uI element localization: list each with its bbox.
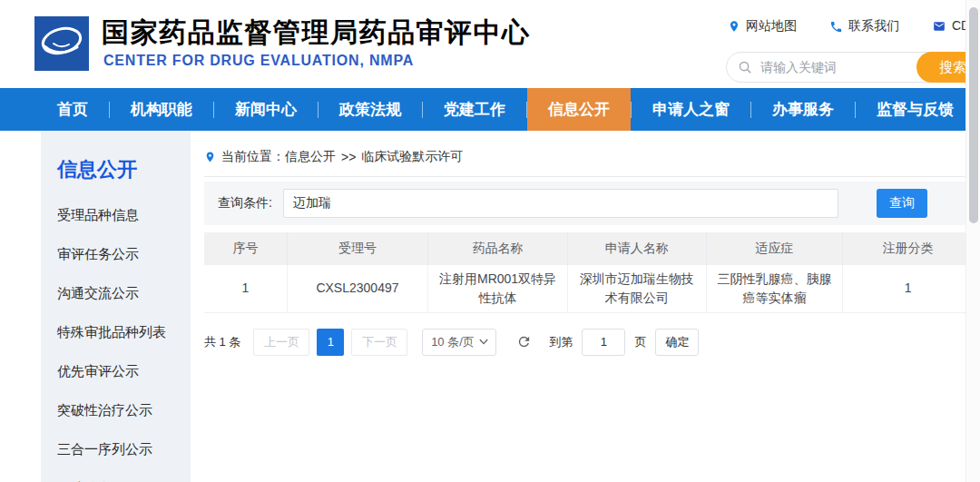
main-panel: 当前位置：信息公开 >> 临床试验默示许可 查询条件: 查询 序号 受理号 xyxy=(191,131,980,482)
nav-item-news[interactable]: 新闻中心 xyxy=(214,88,318,131)
cell-indication: 三阴性乳腺癌、胰腺癌等实体瘤 xyxy=(706,265,843,312)
sidebar-item-special-approval[interactable]: 特殊审批品种列表 xyxy=(57,325,191,339)
nav-item-policies[interactable]: 政策法规 xyxy=(318,88,422,131)
next-page-button[interactable]: 下一页 xyxy=(351,329,407,356)
page-unit-label: 页 xyxy=(634,334,646,350)
pagination-total: 共 1 条 xyxy=(204,334,240,350)
site-title-chinese: 国家药品监督管理局药品审评中心 xyxy=(102,15,531,52)
nav-item-party[interactable]: 党建工作 xyxy=(423,88,526,131)
sidebar-item-accepted-varieties[interactable]: 受理品种信息 xyxy=(57,208,191,222)
pagination: 共 1 条 上一页 1 下一页 10 条/页 到第 页 xyxy=(204,329,973,356)
col-header-index: 序号 xyxy=(204,232,287,265)
search-icon xyxy=(738,60,753,75)
col-header-indication: 适应症 xyxy=(706,232,843,265)
query-condition-input[interactable] xyxy=(283,189,838,218)
sidebar-item-priority-review[interactable]: 优先审评公示 xyxy=(57,364,191,379)
nav-item-services[interactable]: 办事服务 xyxy=(751,88,855,131)
chevron-down-icon xyxy=(479,339,488,345)
breadcrumb-current: 临床试验默示许可 xyxy=(361,149,463,165)
site-search: 搜索 xyxy=(726,52,980,83)
goto-page-input[interactable] xyxy=(582,329,625,356)
cde-logo[interactable] xyxy=(34,16,89,71)
phone-icon xyxy=(829,20,843,34)
nav-item-home[interactable]: 首页 xyxy=(36,88,109,131)
cde-swirl-logo-icon xyxy=(34,16,89,71)
quick-link-label: 联系我们 xyxy=(848,18,899,34)
goto-page-label: 到第 xyxy=(549,334,573,350)
nav-item-functions[interactable]: 机构职能 xyxy=(110,88,213,131)
cell-acceptance-no: CXSL2300497 xyxy=(287,265,427,312)
site-title-english: CENTER FOR DRUG EVALUATION, NMPA xyxy=(103,53,414,69)
goto-confirm-button[interactable]: 确定 xyxy=(655,329,699,356)
sidebar-item-communication[interactable]: 沟通交流公示 xyxy=(57,286,191,300)
quick-links: 网站地图 联系我们 CDE邮箱 xyxy=(728,18,980,34)
page-size-label: 10 条/页 xyxy=(431,334,475,350)
sidebar-item-three-in-one[interactable]: 三合一序列公示 xyxy=(57,442,191,457)
site-header: 国家药品监督管理局药品审评中心 CENTER FOR DRUG EVALUATI… xyxy=(0,0,980,88)
left-gutter xyxy=(0,131,41,482)
quick-link-contact[interactable]: 联系我们 xyxy=(829,18,899,34)
page: 国家药品监督管理局药品审评中心 CENTER FOR DRUG EVALUATI… xyxy=(0,0,980,482)
scrollbar-thumb[interactable] xyxy=(969,7,978,223)
quick-link-sitemap[interactable]: 网站地图 xyxy=(728,18,797,34)
envelope-icon xyxy=(932,20,946,33)
nav-item-supervision[interactable]: 监督与反馈 xyxy=(856,88,975,131)
breadcrumb: 当前位置：信息公开 >> 临床试验默示许可 xyxy=(204,149,973,177)
cell-registration-class: 1 xyxy=(843,265,973,312)
sidebar-item-review-tasks[interactable]: 审评任务公示 xyxy=(57,247,191,261)
query-panel: 查询条件: 查询 xyxy=(204,182,973,225)
query-condition-label: 查询条件: xyxy=(218,195,272,211)
refresh-button[interactable] xyxy=(514,333,533,351)
content-area: 信息公开 受理品种信息 审评任务公示 沟通交流公示 特殊审批品种列表 优先审评公… xyxy=(0,131,980,482)
quick-link-label: 网站地图 xyxy=(746,18,797,34)
sidebar-title: 信息公开 xyxy=(57,156,191,183)
cell-index: 1 xyxy=(204,265,287,312)
breadcrumb-label: 当前位置：信息公开 xyxy=(221,149,336,165)
sidebar-item-breakthrough-therapy[interactable]: 突破性治疗公示 xyxy=(57,403,191,418)
location-pin-icon xyxy=(204,150,216,164)
sidebar: 信息公开 受理品种信息 审评任务公示 沟通交流公示 特殊审批品种列表 优先审评公… xyxy=(41,131,191,482)
table-row: 1 CXSL2300497 注射用MR001双特异性抗体 深圳市迈加瑞生物技术有… xyxy=(204,265,973,312)
page-size-select[interactable]: 10 条/页 xyxy=(422,329,496,356)
main-nav: 首页 机构职能 新闻中心 政策法规 党建工作 信息公开 申请人之窗 办事服务 监… xyxy=(0,88,980,131)
col-header-acceptance-no: 受理号 xyxy=(287,232,427,265)
query-button[interactable]: 查询 xyxy=(877,189,927,218)
results-table: 序号 受理号 药品名称 申请人名称 适应症 注册分类 1 CXSL2300497… xyxy=(204,232,973,313)
cell-applicant: 深圳市迈加瑞生物技术有限公司 xyxy=(568,265,706,312)
scrollbar-track[interactable] xyxy=(965,0,980,482)
nav-item-applicant-window[interactable]: 申请人之窗 xyxy=(632,88,750,131)
col-header-applicant: 申请人名称 xyxy=(568,232,706,265)
table-header-row: 序号 受理号 药品名称 申请人名称 适应症 注册分类 xyxy=(204,232,973,265)
refresh-icon xyxy=(516,334,532,349)
cell-drug-name: 注射用MR001双特异性抗体 xyxy=(427,265,567,312)
col-header-drug-name: 药品名称 xyxy=(427,232,567,265)
prev-page-button[interactable]: 上一页 xyxy=(253,329,309,356)
breadcrumb-separator: >> xyxy=(341,150,356,164)
nav-item-info-disclosure[interactable]: 信息公开 xyxy=(527,88,631,131)
col-header-registration-class: 注册分类 xyxy=(843,232,973,265)
location-pin-icon xyxy=(728,19,740,34)
current-page-button[interactable]: 1 xyxy=(317,329,344,356)
